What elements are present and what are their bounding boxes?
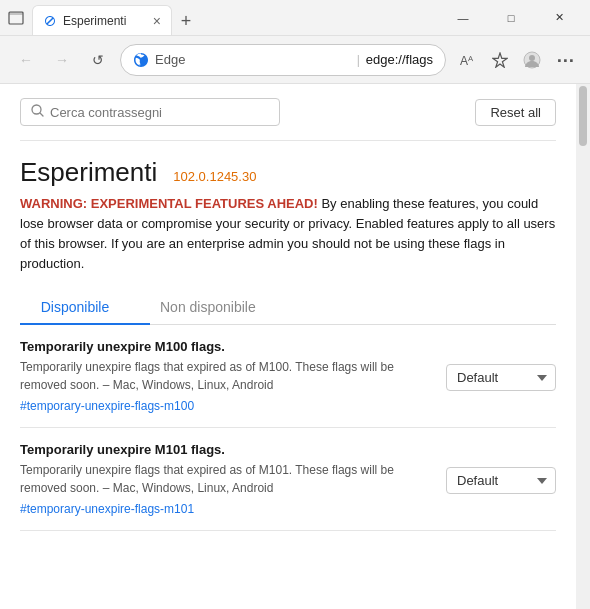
- more-icon[interactable]: ⋯: [550, 46, 578, 74]
- minimize-button[interactable]: —: [440, 0, 486, 36]
- svg-point-4: [529, 55, 535, 61]
- flag-info: Temporarily unexpire M100 flags. Tempora…: [20, 339, 430, 413]
- toolbar-icons: Aᴬ ⋯: [454, 46, 578, 74]
- refresh-button[interactable]: ↺: [84, 46, 112, 74]
- flag-desc: Temporarily unexpire flags that expired …: [20, 461, 430, 497]
- profile-icon[interactable]: [518, 46, 546, 74]
- address-bar: ← → ↺ Edge | edge://flags Aᴬ ⋯: [0, 36, 590, 84]
- flag-title: Temporarily unexpire M100 flags.: [20, 339, 430, 354]
- warning-label: WARNING: EXPERIMENTAL FEATURES AHEAD!: [20, 196, 318, 211]
- flag-select[interactable]: DefaultEnabledDisabled: [446, 364, 556, 391]
- edge-label: Edge: [155, 52, 351, 67]
- window-icon: [8, 10, 24, 26]
- page-title: Esperimenti: [20, 157, 157, 188]
- flag-title: Temporarily unexpire M101 flags.: [20, 442, 430, 457]
- scrollbar-track[interactable]: [576, 84, 590, 609]
- warning-box: WARNING: EXPERIMENTAL FEATURES AHEAD! By…: [20, 194, 556, 289]
- main-area: Reset all Esperimenti 102.0.1245.30 WARN…: [0, 84, 590, 609]
- flag-item: Temporarily unexpire M101 flags. Tempora…: [20, 428, 556, 531]
- title-bar: Esperimenti × + — □ ✕: [0, 0, 590, 36]
- edge-logo-icon: [133, 52, 149, 68]
- flag-link[interactable]: #temporary-unexpire-flags-m100: [20, 399, 194, 413]
- address-bar-input[interactable]: Edge | edge://flags: [120, 44, 446, 76]
- new-tab-button[interactable]: +: [172, 7, 200, 35]
- tab-favicon: [43, 14, 57, 28]
- flags-list: Temporarily unexpire M100 flags. Tempora…: [20, 325, 556, 531]
- address-url: edge://flags: [366, 52, 433, 67]
- scrollbar-thumb[interactable]: [579, 86, 587, 146]
- svg-text:Aᴬ: Aᴬ: [460, 54, 474, 68]
- svg-line-6: [40, 113, 43, 116]
- version-badge: 102.0.1245.30: [173, 169, 256, 184]
- maximize-button[interactable]: □: [488, 0, 534, 36]
- active-tab[interactable]: Esperimenti ×: [32, 5, 172, 35]
- forward-button[interactable]: →: [48, 46, 76, 74]
- tab-navigation: Disponibile Non disponibile: [20, 289, 556, 325]
- address-separator: |: [357, 53, 360, 67]
- flag-desc: Temporarily unexpire flags that expired …: [20, 358, 430, 394]
- tab-title: Esperimenti: [63, 14, 147, 28]
- tab-close-button[interactable]: ×: [153, 14, 161, 28]
- search-input[interactable]: [50, 105, 269, 120]
- search-input-wrap[interactable]: [20, 98, 280, 126]
- tab-non-disponibile[interactable]: Non disponibile: [150, 289, 286, 324]
- search-bar: Reset all: [20, 84, 556, 141]
- tab-disponibile[interactable]: Disponibile: [20, 289, 150, 325]
- flag-link[interactable]: #temporary-unexpire-flags-m101: [20, 502, 194, 516]
- read-aloud-icon[interactable]: Aᴬ: [454, 46, 482, 74]
- svg-rect-1: [9, 12, 23, 15]
- tab-bar: Esperimenti × +: [32, 0, 432, 35]
- favorites-icon[interactable]: [486, 46, 514, 74]
- content-area: Reset all Esperimenti 102.0.1245.30 WARN…: [0, 84, 576, 609]
- flag-item: Temporarily unexpire M100 flags. Tempora…: [20, 325, 556, 428]
- search-icon: [31, 104, 44, 120]
- page-title-row: Esperimenti 102.0.1245.30: [20, 141, 556, 194]
- close-window-button[interactable]: ✕: [536, 0, 582, 36]
- back-button[interactable]: ←: [12, 46, 40, 74]
- reset-all-button[interactable]: Reset all: [475, 99, 556, 126]
- flag-select[interactable]: DefaultEnabledDisabled: [446, 467, 556, 494]
- flag-info: Temporarily unexpire M101 flags. Tempora…: [20, 442, 430, 516]
- window-controls: — □ ✕: [440, 0, 582, 36]
